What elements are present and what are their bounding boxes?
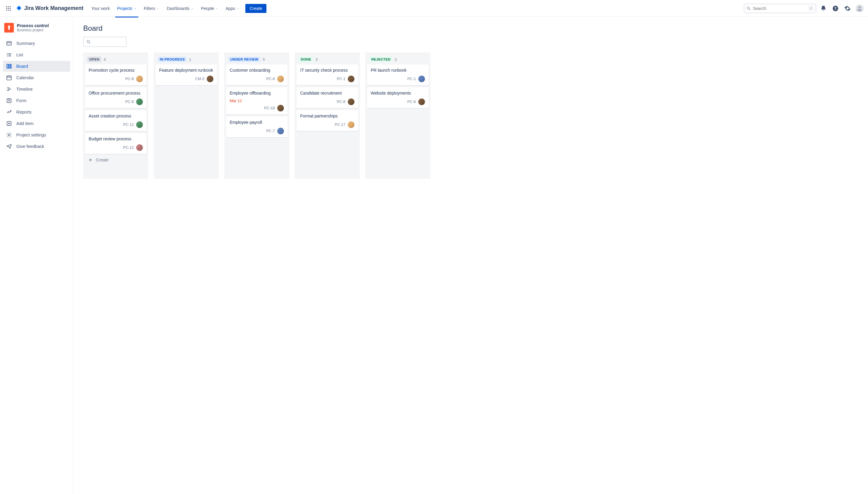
card-key: PC-8 [125, 100, 134, 104]
sidebar-item-list[interactable]: List [3, 50, 70, 60]
search-icon [86, 39, 91, 44]
sidebar-item-calendar[interactable]: Calendar [3, 72, 70, 83]
column-count: 3 [315, 57, 317, 62]
card-title: Office procurement process [89, 90, 143, 96]
column-header[interactable]: DONE3 [297, 55, 358, 64]
plus-icon [88, 157, 93, 163]
svg-point-13 [858, 6, 861, 8]
card-due-date: Mar 12 [230, 98, 284, 103]
assignee-avatar[interactable] [277, 128, 284, 134]
card[interactable]: Office procurement processPC-8 [85, 87, 146, 108]
content: Board OPEN4Promotion cycle processPC-8Of… [74, 17, 868, 494]
assignee-avatar[interactable] [136, 98, 143, 105]
assignee-avatar[interactable] [136, 144, 143, 151]
column-label: OPEN [87, 57, 101, 62]
assignee-avatar[interactable] [348, 98, 354, 105]
nav-people[interactable]: People [198, 4, 222, 13]
card-footer: PC-18 [230, 105, 284, 111]
nav-your-work[interactable]: Your work [88, 4, 113, 13]
sidebar-item-reports[interactable]: Reports [3, 107, 70, 117]
column-header[interactable]: REJECTED2 [367, 55, 429, 64]
column-header[interactable]: IN PROGRESS1 [155, 55, 217, 64]
assignee-avatar[interactable] [277, 76, 284, 82]
sidebar-item-settings[interactable]: Project settings [3, 130, 70, 140]
page-title: Board [83, 24, 858, 33]
assignee-avatar[interactable] [136, 121, 143, 128]
nav-dashboards[interactable]: Dashboards [164, 4, 197, 13]
card-list: Customer onboardingPC-6Employee offboard… [226, 64, 288, 137]
svg-point-18 [7, 55, 8, 55]
sidebar-item-feedback[interactable]: Give feedback [3, 141, 70, 152]
card[interactable]: PR launch runbookPC-1 [367, 64, 429, 85]
card-title: Customer onboarding [230, 68, 284, 73]
card-key: PC-1 [407, 77, 416, 81]
column-header[interactable]: OPEN4 [85, 55, 146, 64]
column-header[interactable]: UNDER REVIEW3 [226, 55, 288, 64]
assignee-avatar[interactable] [418, 76, 425, 82]
card-key: PC-7 [266, 129, 275, 133]
card-title: Promotion cycle process [89, 68, 143, 73]
card[interactable]: Formal partnershipsPC-17 [297, 110, 358, 131]
assignee-avatar[interactable] [348, 76, 354, 82]
svg-rect-24 [10, 64, 11, 68]
sidebar-item-summary[interactable]: Summary [3, 38, 70, 49]
assignee-avatar[interactable] [136, 76, 143, 82]
help-icon[interactable]: ? [831, 4, 840, 13]
nav-items: Your work Projects Filters Dashboards Pe… [88, 4, 267, 13]
global-search-input[interactable] [753, 6, 807, 11]
svg-point-38 [8, 134, 10, 136]
brand[interactable]: Jira Work Management [16, 5, 84, 12]
card-title: Employee payroll [230, 119, 284, 125]
card-title: Website deployments [371, 90, 425, 96]
card[interactable]: Budget review processPC-12 [85, 133, 146, 154]
sidebar-item-add[interactable]: Add item [3, 118, 70, 129]
create-issue-button[interactable]: Create [85, 155, 146, 165]
card-key: PC-6 [266, 77, 275, 81]
svg-point-9 [747, 7, 750, 9]
card-footer: PC-8 [89, 98, 143, 105]
sidebar-item-timeline[interactable]: Timeline [3, 84, 70, 95]
svg-rect-14 [7, 42, 12, 45]
card[interactable]: Asset creation processPC-12 [85, 110, 146, 131]
card-footer: PC-8 [89, 76, 143, 82]
card[interactable]: Customer onboardingPC-6 [226, 64, 288, 85]
card[interactable]: Employee offboardingMar 12PC-18 [226, 87, 288, 114]
svg-point-3 [6, 8, 7, 9]
svg-point-16 [7, 53, 8, 54]
profile-avatar[interactable] [855, 4, 864, 13]
nav-filters[interactable]: Filters [141, 4, 163, 13]
card[interactable]: Candidate recruitmentPC-6 [297, 87, 358, 108]
settings-icon[interactable] [843, 4, 852, 13]
assignee-avatar[interactable] [277, 105, 284, 111]
column-label: UNDER REVIEW [228, 57, 260, 62]
project-header[interactable]: Process control Business project [3, 23, 70, 38]
assignee-avatar[interactable] [207, 76, 214, 82]
sidebar-item-board[interactable]: Board [3, 61, 70, 72]
assignee-avatar[interactable] [348, 121, 354, 128]
nav-projects[interactable]: Projects [114, 4, 140, 13]
app-switcher-icon[interactable] [4, 4, 13, 13]
nav-apps[interactable]: Apps [222, 4, 242, 13]
card-footer: PC-12 [89, 144, 143, 151]
svg-line-40 [89, 42, 90, 43]
card[interactable]: Employee payrollPC-7 [226, 117, 288, 137]
sidebar-item-form[interactable]: Form [3, 95, 70, 106]
card-title: Employee offboarding [230, 90, 284, 96]
card-title: Candidate recruitment [300, 90, 354, 96]
svg-point-2 [10, 6, 11, 7]
global-search[interactable]: / [744, 4, 816, 13]
svg-point-0 [6, 6, 7, 7]
column-label: REJECTED [370, 57, 392, 62]
notifications-icon[interactable] [818, 4, 828, 13]
project-name: Process control [17, 23, 49, 28]
sidebar: Process control Business project Summary… [0, 17, 74, 494]
card[interactable]: IT security check processPC-1 [297, 64, 358, 85]
board-search[interactable] [83, 37, 127, 47]
svg-text:?: ? [834, 6, 837, 11]
card[interactable]: Website deploymentsPC-6 [367, 87, 429, 108]
card[interactable]: Promotion cycle processPC-8 [85, 64, 146, 85]
board-columns: OPEN4Promotion cycle processPC-8Office p… [83, 52, 858, 179]
assignee-avatar[interactable] [418, 98, 425, 105]
create-button[interactable]: Create [245, 4, 266, 13]
card[interactable]: Feature deployment runbookCM-3 [155, 64, 217, 85]
